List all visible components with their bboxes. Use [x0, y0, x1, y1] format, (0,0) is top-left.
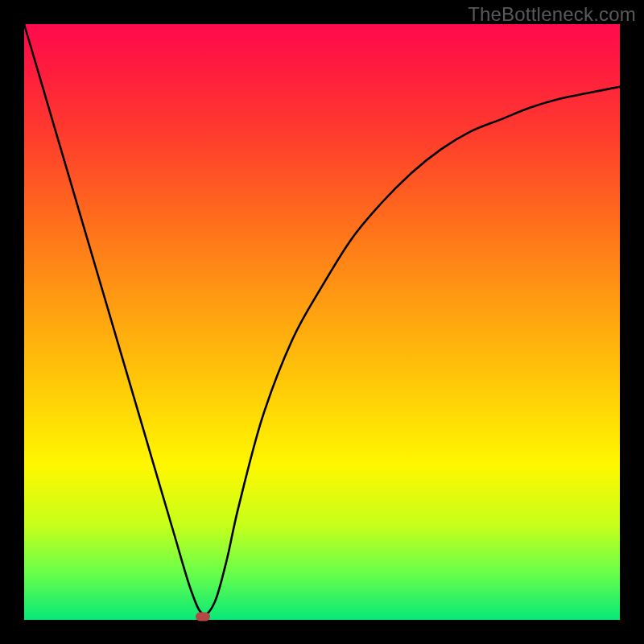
minimum-marker [196, 613, 210, 621]
chart-frame: TheBottleneck.com [0, 0, 644, 644]
bottleneck-curve [24, 24, 620, 620]
watermark-text: TheBottleneck.com [468, 3, 636, 26]
plot-area [24, 24, 620, 620]
